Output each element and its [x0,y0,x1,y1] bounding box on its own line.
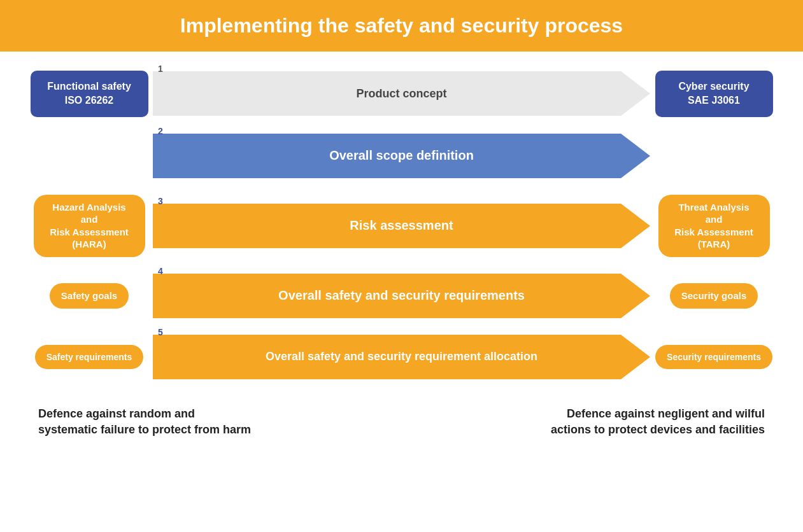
step-5-label: Overall safety and security requirement … [266,350,537,363]
right-label-security-goals: Security goals [650,283,778,309]
arrow-product-concept: Product concept [153,71,650,116]
row-1: Functional safetyISO 26262 1 Product con… [25,71,778,117]
center-step-2: 2 Overall scope definition [153,134,650,178]
center-step-1: 1 Product concept [153,71,650,116]
step-num-5: 5 [158,327,163,337]
center-step-4: 4 Overall safety and security requiremen… [153,274,650,318]
row-3: Hazard Analysis andRisk Assessment(HARA)… [25,195,778,257]
arrow-risk: Risk assessment [153,204,650,248]
arrow-safety-security-req: Overall safety and security requirements [153,274,650,318]
right-label-security-req: Security requirements [650,345,778,369]
page-header: Implementing the safety and security pro… [0,0,803,52]
pill-safety-goals: Safety goals [50,283,129,309]
step-num-3: 3 [158,196,163,206]
pill-security-requirements: Security requirements [655,345,772,369]
center-step-5: 5 Overall safety and security requiremen… [153,335,650,379]
arrow-scope: Overall scope definition [153,134,650,178]
left-label-safety-req: Safety requirements [25,345,153,369]
bottom-right-text: Defence against negligent and wilfulacti… [551,406,765,438]
left-label-functional-safety: Functional safetyISO 26262 [25,71,153,117]
arrow-req-allocation: Overall safety and security requirement … [153,335,650,379]
main-content: Functional safetyISO 26262 1 Product con… [0,52,803,463]
header-title: Implementing the safety and security pro… [180,14,623,37]
center-step-3: 3 Risk assessment [153,204,650,248]
bottom-text-section: Defence against random andsystematic fai… [25,391,778,444]
pill-hara: Hazard Analysis andRisk Assessment(HARA) [34,195,145,257]
step-2-label: Overall scope definition [329,148,474,163]
step-1-label: Product concept [356,87,446,101]
step-3-label: Risk assessment [350,218,453,233]
step-num-1: 1 [158,64,163,74]
pill-cyber-security: Cyber securitySAE J3061 [655,71,773,117]
step-num-4: 4 [158,266,163,276]
step-4-label: Overall safety and security requirements [278,288,525,303]
pill-tara: Threat Analysis andRisk Assessment(TARA) [658,195,770,257]
pill-security-goals: Security goals [670,283,758,309]
left-label-safety-goals: Safety goals [25,283,153,309]
pill-functional-safety: Functional safetyISO 26262 [31,71,148,117]
bottom-left-text: Defence against random andsystematic fai… [38,406,251,438]
row-2: 2 Overall scope definition [25,134,778,178]
left-label-hara: Hazard Analysis andRisk Assessment(HARA) [25,195,153,257]
row-4: Safety goals 4 Overall safety and securi… [25,274,778,318]
step-num-2: 2 [158,126,163,136]
right-label-tara: Threat Analysis andRisk Assessment(TARA) [650,195,778,257]
right-label-cyber-security: Cyber securitySAE J3061 [650,71,778,117]
pill-safety-requirements: Safety requirements [35,345,144,369]
row-5: Safety requirements 5 Overall safety and… [25,335,778,379]
